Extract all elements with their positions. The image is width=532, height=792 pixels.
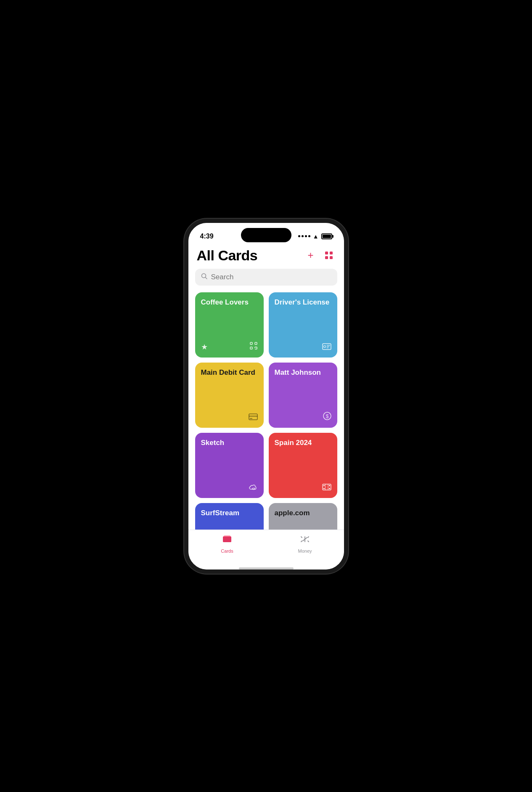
cloud-icon	[249, 484, 258, 492]
phone-frame: 4:39 ▲ All Cards +	[184, 219, 348, 574]
card-title: Driver's License	[275, 298, 331, 307]
card-apple-com[interactable]: apple.com ★	[269, 503, 337, 530]
screen: 4:39 ▲ All Cards +	[188, 223, 344, 569]
card-matt-johnson[interactable]: Matt Johnson $	[269, 363, 337, 428]
home-indicator	[239, 567, 294, 569]
scan-icon	[249, 342, 258, 352]
svg-rect-1	[330, 252, 333, 254]
svg-rect-26	[329, 488, 330, 489]
svg-rect-2	[325, 256, 328, 259]
svg-rect-24	[323, 488, 325, 489]
credit-card-icon	[249, 413, 258, 422]
page-title: All Cards	[197, 247, 258, 264]
svg-rect-6	[255, 342, 257, 344]
wifi-icon: ▲	[313, 233, 319, 240]
card-sketch[interactable]: Sketch	[195, 433, 264, 498]
money-tab-icon	[300, 534, 310, 547]
svg-rect-25	[329, 485, 330, 486]
battery-fill	[323, 235, 331, 238]
card-title: apple.com	[275, 509, 331, 517]
svg-rect-7	[250, 347, 252, 349]
search-icon	[201, 273, 208, 281]
header: All Cards +	[195, 244, 337, 269]
card-footer	[275, 343, 331, 352]
card-title: Coffee Lovers	[201, 298, 258, 307]
status-time: 4:39	[200, 233, 214, 240]
card-surfstream[interactable]: SurfStream	[195, 503, 264, 530]
tab-bar: Cards Money	[188, 530, 344, 564]
star-icon: ★	[201, 342, 208, 352]
header-actions: +	[306, 248, 335, 263]
grid-view-button[interactable]	[322, 249, 336, 262]
card-title: Spain 2024	[275, 439, 331, 447]
card-footer: ★	[201, 342, 258, 352]
card-footer	[201, 484, 258, 492]
card-title: Main Debit Card	[201, 368, 258, 377]
card-drivers-license[interactable]: Driver's License	[269, 292, 337, 358]
tab-money[interactable]: Money	[266, 534, 344, 554]
card-coffee-lovers[interactable]: Coffee Lovers ★	[195, 292, 264, 358]
card-title: Matt Johnson	[275, 368, 331, 377]
svg-rect-23	[323, 485, 325, 486]
cards-tab-icon	[222, 534, 232, 547]
card-title: SurfStream	[201, 509, 258, 517]
card-footer	[275, 484, 331, 492]
cards-grid: Coffee Lovers ★	[195, 292, 337, 530]
svg-rect-38	[223, 537, 231, 542]
card-footer	[201, 413, 258, 422]
battery-icon	[321, 233, 332, 239]
id-icon	[322, 343, 331, 352]
status-icons: ▲	[298, 233, 332, 240]
film-icon	[322, 484, 331, 492]
card-title: Sketch	[201, 439, 258, 447]
svg-point-13	[323, 345, 326, 347]
svg-rect-19	[250, 418, 252, 419]
cards-tab-label: Cards	[221, 548, 233, 554]
signal-icon	[298, 235, 310, 237]
card-main-debit[interactable]: Main Debit Card	[195, 363, 264, 428]
card-spain-2024[interactable]: Spain 2024	[269, 433, 337, 498]
money-tab-label: Money	[298, 548, 312, 554]
svg-rect-0	[325, 252, 328, 254]
svg-rect-18	[249, 416, 257, 417]
dynamic-island	[241, 228, 291, 242]
svg-text:$: $	[326, 413, 328, 419]
grid-icon	[324, 250, 334, 260]
svg-rect-5	[250, 342, 252, 344]
svg-rect-3	[330, 256, 333, 259]
card-footer: $	[275, 412, 331, 422]
dollar-icon: $	[323, 412, 331, 422]
plus-icon: +	[307, 249, 313, 261]
search-input[interactable]	[211, 273, 331, 281]
content-area: All Cards +	[188, 244, 344, 530]
search-bar[interactable]	[195, 269, 337, 286]
add-button[interactable]: +	[306, 248, 315, 263]
tab-cards[interactable]: Cards	[188, 534, 266, 554]
